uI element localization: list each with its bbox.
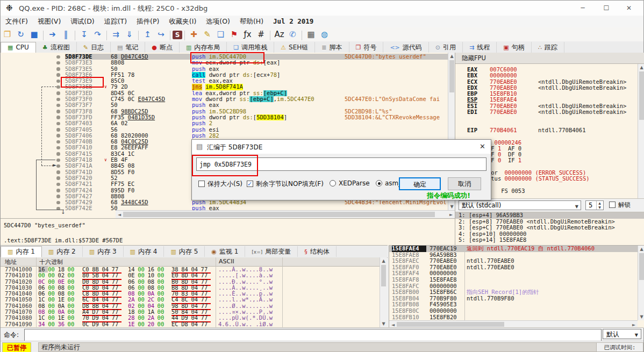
tab-source[interactable]: <>源代码: [383, 42, 428, 53]
register-line[interactable]: GS 002B FS 0053: [467, 188, 638, 194]
tab-dump-3[interactable]: ▥内存 3: [83, 246, 124, 257]
disasm-row[interactable]: 5D8F74036A 02push 2: [1, 120, 455, 126]
breakpoint-dot-icon[interactable]: [56, 104, 60, 107]
cancel-button[interactable]: 取消: [448, 177, 481, 190]
dialog-close-icon[interactable]: ✕: [480, 142, 485, 150]
dump-vscrollbar[interactable]: ▲ ▼: [380, 257, 387, 327]
breakpoint-dot-icon[interactable]: [56, 195, 60, 198]
argument-count-stepper[interactable]: 5 ▲▼: [585, 200, 604, 210]
stack-row[interactable]: 15E8FAF400000000: [389, 270, 644, 277]
hash-icon[interactable]: #: [254, 28, 268, 40]
breakpoint-dot-icon[interactable]: [56, 183, 60, 186]
breakpoint-dot-icon[interactable]: [56, 140, 60, 144]
assembly-input[interactable]: jmp 0x5D8F73E9: [196, 157, 486, 171]
close-button[interactable]: ✕: [620, 3, 638, 13]
hide-fpu-button[interactable]: 隐藏FPU: [462, 54, 486, 62]
breakpoint-dot-icon[interactable]: [56, 128, 60, 132]
dialog-title-bar[interactable]: ▤ 汇编于 5D8F73DE ✕: [192, 140, 491, 154]
tab-graph[interactable]: ♣流程图: [36, 42, 77, 53]
keep-size-option[interactable]: 保持大小(S): [198, 179, 242, 189]
menu-item-v[interactable]: 视图(V): [38, 16, 61, 26]
arguments-pane[interactable]: 1: [esp+4] 96A59BB32: [esp+8] 770EABE0 <…: [455, 212, 644, 246]
pause-icon[interactable]: ‖: [59, 28, 73, 40]
asmjit-radio[interactable]: [376, 180, 382, 186]
run-to-user-code-icon[interactable]: ↪: [154, 28, 168, 40]
menu-item-d[interactable]: 调试(D): [70, 16, 94, 26]
maximize-button[interactable]: ☐: [597, 3, 616, 13]
nop-fill-option[interactable]: 剩余字节以NOP填充(F): [247, 179, 324, 189]
function-icon[interactable]: ƒx: [241, 28, 254, 40]
run-to-cursor-icon[interactable]: ⇉: [109, 28, 123, 40]
unlock-checkbox[interactable]: [609, 202, 616, 208]
unlock-checkbox-row[interactable]: 解锁: [609, 201, 631, 209]
breakpoint-dot-icon[interactable]: [56, 67, 60, 71]
breakpoint-dot-icon[interactable]: [56, 152, 60, 156]
patch-icon[interactable]: ✚: [187, 28, 201, 40]
menu-item-t[interactable]: 追踪(T): [104, 16, 127, 26]
stack-row[interactable]: 15E8FAF815E8FAE8: [389, 277, 644, 283]
register-line[interactable]: LastStatus 00000000 (STATUS_SUCCESS): [467, 176, 638, 182]
calculator-icon[interactable]: ▦: [304, 28, 318, 40]
tab-symbols[interactable]: ❒符号: [349, 42, 384, 53]
tab-struct[interactable]: §结构体: [298, 246, 337, 257]
minimize-button[interactable]: ─: [574, 3, 592, 13]
keep-size-checkbox[interactable]: [198, 181, 205, 187]
tab-locals[interactable]: [x=]局部变量: [245, 246, 298, 257]
register-line[interactable]: EIP770B4061ntdll.770B4061: [467, 127, 638, 133]
menu-item-jul22019[interactable]: Jul 2 2019: [273, 16, 313, 25]
breakpoint-dot-icon[interactable]: [56, 55, 60, 59]
argument-row[interactable]: 1: [esp+4] 96A59BB3: [455, 212, 644, 219]
stack-row[interactable]: 15E8FAEC770EABE0ntdll.770EABE0: [389, 258, 644, 264]
breakpoint-dot-icon[interactable]: [56, 146, 60, 150]
menu-item-h[interactable]: 帮助(H): [240, 16, 263, 26]
argument-row[interactable]: 5: [esp+14] 15E8FAE8: [455, 237, 644, 243]
xedparse-radio[interactable]: [330, 180, 336, 186]
breakpoint-dot-icon[interactable]: [56, 116, 60, 119]
restart-icon[interactable]: ↻: [14, 28, 27, 40]
stack-row[interactable]: 15E8FB0015E8FB6C指向SEH_Record[1]的指针: [389, 289, 644, 296]
label-icon[interactable]: ❑: [214, 28, 227, 40]
memory-dump-pane[interactable]: 地址 十六进制 ASCII 7704100016001800C08B047714…: [1, 257, 387, 327]
internet-icon[interactable]: ◍: [318, 28, 331, 40]
breakpoint-dot-icon[interactable]: [56, 91, 60, 95]
text-case-icon[interactable]: Az: [273, 28, 286, 40]
execute-till-return-icon[interactable]: ↥: [141, 28, 154, 40]
tab-dump-1[interactable]: ▥内存 1: [1, 246, 42, 257]
breakpoint-dot-icon[interactable]: [56, 189, 60, 192]
breakpoint-dot-icon[interactable]: [56, 122, 60, 126]
tab-call-stack[interactable]: ❏调用堆栈: [227, 42, 274, 53]
breakpoint-dot-icon[interactable]: [56, 61, 60, 65]
bookmark-icon[interactable]: ⚑: [227, 28, 241, 40]
breakpoint-dot-icon[interactable]: [56, 159, 60, 162]
stack-row[interactable]: 15E8FAE896A59BB3: [389, 252, 644, 258]
tab-dump-4[interactable]: ▥内存 4: [124, 246, 164, 257]
tab-threads[interactable]: ⇉线程: [463, 42, 497, 53]
tab-log[interactable]: ✎日志: [77, 42, 111, 53]
tab-watch-1[interactable]: ◉监视 1: [205, 246, 245, 257]
menu-item-o[interactable]: 选项(O): [206, 16, 230, 26]
register-line[interactable]: EDI770EABE0<ntdll.DbgUiRemoteBreakin>: [467, 109, 638, 115]
register-line[interactable]: [467, 115, 638, 121]
menu-item-p[interactable]: 插件(P): [137, 16, 159, 26]
disasm-row[interactable]: 5D8F73F750push eax: [1, 102, 455, 108]
tab-memory-map[interactable]: ▥内存布局: [180, 42, 227, 53]
assembler-icon[interactable]: ✆: [286, 28, 299, 40]
tab-dump-5[interactable]: ▥内存 5: [164, 246, 205, 257]
breakpoint-dot-icon[interactable]: [56, 201, 60, 205]
stack-row[interactable]: 15E8FB1015E8FB20: [389, 314, 644, 321]
open-file-icon[interactable]: ❐: [1, 28, 14, 40]
tab-dump-2[interactable]: ▥内存 2: [42, 246, 83, 257]
stack-row[interactable]: 15E8FB08F45905E3: [389, 301, 644, 308]
stack-row[interactable]: 15E8FB04770B9F80ntdll.770B9F80: [389, 296, 644, 302]
menu-item-f[interactable]: 文件(F): [5, 16, 28, 26]
breakpoint-dot-icon[interactable]: [56, 164, 60, 168]
nop-fill-checkbox[interactable]: [247, 181, 253, 187]
stack-row[interactable]: 15E8FB0C00000000: [389, 308, 644, 314]
step-into-icon[interactable]: ↧: [77, 28, 91, 40]
stop-icon[interactable]: ■: [27, 28, 41, 40]
dump-row[interactable]: 77041090340036000CD904771E002000ECD80477…: [1, 321, 387, 327]
disasm-hscrollbar[interactable]: ◄ ►: [116, 210, 455, 218]
tab-trace[interactable]: ∴跟踪: [532, 42, 564, 53]
tab-handles[interactable]: ▣句柄: [497, 42, 531, 53]
scylla-icon[interactable]: S: [173, 31, 182, 39]
